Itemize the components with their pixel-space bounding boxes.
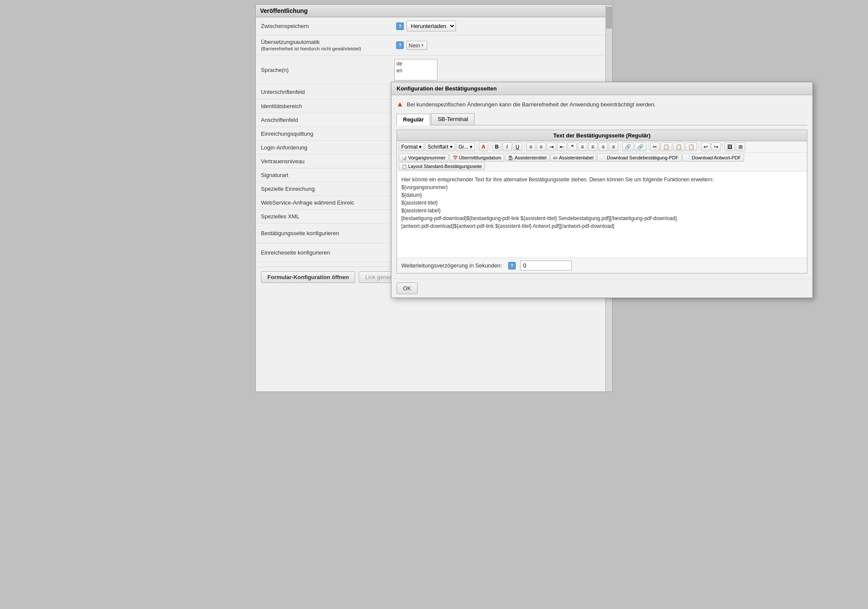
row-label: Spezielles XML [256,210,389,224]
insert-vorgangsnummer-button[interactable]: 📊 Vorgangsnummer [399,154,449,162]
toolbar-font-select[interactable]: Schriftart ▾ [425,143,455,151]
editor-text: [antwort-pdf-download]${antwort-pdf-link… [401,222,803,230]
insert-assistentenlabel-button[interactable]: 🏷 Assistentenlabel [550,154,596,162]
toolbar-align-justify-button[interactable]: ≡ [609,143,618,151]
row-label: WebService-Anfrage während Einreic [256,196,389,210]
toolbar-color-button[interactable]: A [479,143,488,151]
row-with-help: ? Nein ▾ [394,41,607,50]
toolbar-unlink-button[interactable]: 🔗 [635,143,646,151]
toolbar-bold-button[interactable]: B [492,143,502,151]
layout-icon: 📋 [402,164,407,169]
dropdown-arrow: ▾ [470,144,472,150]
toolbar-format-select[interactable]: Format ▾ [399,143,424,151]
pdf-icon: 📄 [685,155,691,160]
tag-icon: 🏷 [553,155,558,160]
toolbar-ordered-list-button[interactable]: ≡ [526,143,536,151]
row-label: Anschriftenfeld [256,113,389,127]
language-list[interactable]: de en [394,59,437,81]
page-container: Veröffentlichung Zwischenspeichern ? Her… [255,4,613,392]
row-label: Login-Anforderung [256,141,389,155]
language-item[interactable]: de [396,60,436,67]
modal-title: Konfiguration der Bestätigungsseiten [397,85,497,92]
toolbar-redo-button[interactable]: ↪ [711,143,721,151]
row-label: Einreicheseite konfigurieren [256,243,389,262]
editor-container: Text der Bestätigungsseite (Regulär) For… [397,130,807,273]
editor-text: ${vorgangsnummer} [401,183,803,191]
toolbar-align-right-button[interactable]: ≡ [598,143,608,151]
row-label: Bestätigungsseite konfigurieren [256,224,389,243]
toolbar-row-2: 📊 Vorgangsnummer 📅 Übermittlungsdatum 🧙 … [397,153,807,171]
editor-text: ${assistent-titel} [401,199,803,207]
tab-bar: Regulär SB-Terminal [397,113,807,125]
editor-text: ${datum} [401,191,803,199]
toolbar-align-center-button[interactable]: ≡ [588,143,598,151]
row-with-help: ? Herunterladen [394,21,607,31]
insert-uebermittlungsdatum-button[interactable]: 📅 Übermittlungsdatum [450,154,504,162]
table-row: Übersetzungsautomatik(Barrierefreiheit i… [256,35,612,56]
wizard-icon: 🧙 [508,155,513,160]
tab-regular[interactable]: Regulär [397,114,430,125]
insert-layout-button[interactable]: 📋 Layout Standard-Bestätigungsseite [399,162,485,170]
editor-title: Text der Bestätigungsseite (Regulär) [397,130,807,141]
chart-icon: 📊 [402,155,407,160]
toolbar-separator [524,143,524,151]
toolbar-copy-button[interactable]: 📋 [660,143,672,151]
warning-text: Bei kundenspezifischen Änderungen kann d… [407,101,656,108]
nein-value: Nein [409,42,420,49]
toolbar-separator [477,143,477,151]
toolbar-indent-button[interactable]: ⇥ [547,143,556,151]
insert-label: Assistententitel [515,155,546,160]
row-label: Signaturart [256,168,389,182]
toolbar-paste-button[interactable]: 📋 [673,143,685,151]
toolbar-outdent-button[interactable]: ⇤ [557,143,567,151]
toolbar-italic-button[interactable]: I [502,143,512,151]
modal-dialog: Konfiguration der Bestätigungsseiten ▲ B… [391,82,813,298]
toolbar-unordered-list-button[interactable]: ≡ [536,143,546,151]
toolbar-cut-button[interactable]: ✂ [650,143,660,151]
insert-label: Assistentenlabel [559,155,593,160]
editor-text: [bestaetigung-pdf-download]${bestaetigun… [401,214,803,222]
toolbar-align-left-button[interactable]: ≡ [578,143,587,151]
row-label: Identitätsbereich [256,99,389,113]
toolbar-underline-button[interactable]: U [513,143,522,151]
help-icon[interactable]: ? [508,262,516,270]
help-icon[interactable]: ? [396,41,404,49]
toolbar-paste-text-button[interactable]: 📋 [685,143,697,151]
insert-sendebestaetigung-button[interactable]: 📄 Download Sendebestätigung-PDF [597,154,681,162]
toolbar-separator [620,143,620,151]
row-label: Unterschriftenfeld [256,84,389,99]
row-value: de en [389,56,612,84]
tab-sb-terminal[interactable]: SB-Terminal [431,113,474,125]
toolbar-table-button[interactable]: ⊞ [736,143,745,151]
editor-text: Hier könnte ein entsprechender Text für … [401,176,803,183]
panel-title: Veröffentlichung [260,7,307,14]
insert-label: Download Sendebestätigung-PDF [607,155,678,160]
footer-label: Weiterleitungsverzögerung in Sekunden: [401,262,502,269]
insert-antwort-pdf-button[interactable]: 📄 Download Antwort-PDF [682,154,744,162]
language-item[interactable]: en [396,67,436,74]
main-panel-header: Veröffentlichung [256,5,612,17]
zwischenspeichern-select[interactable]: Herunterladen [406,21,456,31]
row-label: Vertrauensniveau [256,155,389,168]
pdf-icon: 📄 [600,155,605,160]
toolbar-undo-button[interactable]: ↩ [701,143,710,151]
toolbar-link-button[interactable]: 🔗 [622,143,634,151]
warning-banner: ▲ Bei kundenspezifischen Änderungen kann… [397,100,807,108]
toolbar-image-button[interactable]: 🖼 [725,143,735,151]
nein-dropdown[interactable]: Nein ▾ [406,41,427,50]
editor-footer: Weiterleitungsverzögerung in Sekunden: ? [397,258,807,273]
table-row: Sprache(n) de en [256,56,612,84]
row-label: Spezielle Einreichung [256,182,389,196]
caret-icon: ▾ [422,43,424,47]
insert-assistententitel-button[interactable]: 🧙 Assistententitel [505,154,549,162]
toolbar-separator [699,143,699,151]
editor-content[interactable]: Hier könnte ein entsprechender Text für … [397,171,807,258]
help-icon[interactable]: ? [396,22,404,30]
delay-input[interactable] [520,261,572,270]
toolbar-quote-button[interactable]: ❝ [567,143,577,151]
toolbar-size-select[interactable]: Gr... ▾ [456,143,475,151]
ok-button[interactable]: OK [397,283,418,294]
dropdown-arrow: ▾ [419,144,422,150]
table-row: Zwischenspeichern ? Herunterladen [256,17,612,35]
form-config-button[interactable]: Formular-Konfiguration öffnen [261,271,355,283]
